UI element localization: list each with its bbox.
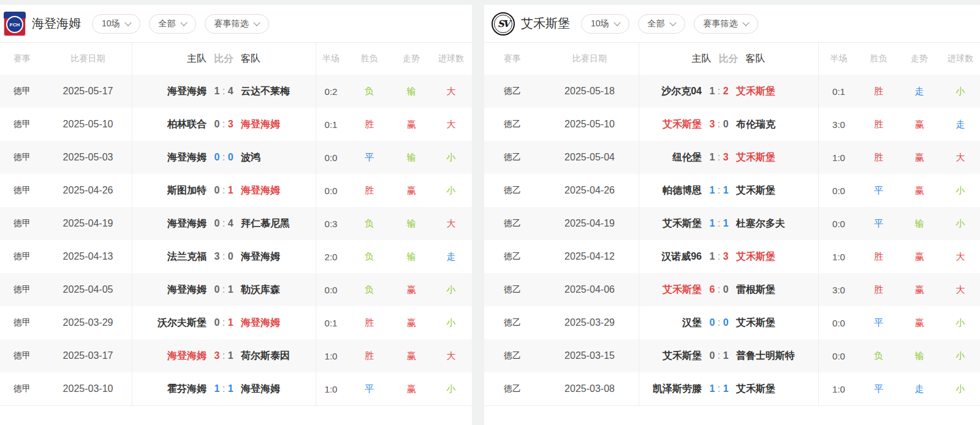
handicap-trend-cell: 赢 xyxy=(898,251,941,263)
table-row[interactable]: 德甲 2025-04-13 法兰克福 3 : 0 海登海姆 2:0 负 输 走 xyxy=(0,240,472,273)
dropdown-label: 全部 xyxy=(159,18,176,29)
match-cell: 凯泽斯劳滕 1 : 1 艾禾斯堡 xyxy=(639,383,818,396)
score-colon: : xyxy=(219,119,227,129)
home-score: 0 xyxy=(709,350,715,361)
away-score: 0 xyxy=(723,284,729,295)
table-row[interactable]: 德甲 2025-03-10 霍芬海姆 1 : 1 海登海姆 1:0 平 赢 小 xyxy=(0,372,472,405)
table-row[interactable]: 德乙 2025-03-08 凯泽斯劳滕 1 : 1 艾禾斯堡 1:0 平 走 小 xyxy=(484,372,980,405)
score-cell: 3 : 0 xyxy=(207,251,241,262)
team-history-panel-right: SV 艾禾斯堡 10场 全部 赛事筛选 赛事 比赛日期 主队 比分 客队 半场 xyxy=(484,5,980,425)
away-team-name: 拜仁慕尼黑 xyxy=(241,217,316,230)
table-row[interactable]: 德甲 2025-05-03 海登海姆 0 : 0 波鸿 0:0 平 输 小 xyxy=(0,141,472,174)
league-cell: 德乙 xyxy=(484,317,541,328)
handicap-trend-cell: 赢 xyxy=(898,284,941,296)
away-score: 1 xyxy=(723,350,729,361)
table-row[interactable]: 德乙 2025-04-12 汉诺威96 1 : 3 艾禾斯堡 1:0 胜 赢 大 xyxy=(484,240,980,273)
home-team-name: 海登海姆 xyxy=(132,284,207,296)
match-cell: 艾禾斯堡 6 : 0 雷根斯堡 xyxy=(639,284,818,296)
home-team-name: 斯图加特 xyxy=(132,184,207,197)
away-team-name: 波鸿 xyxy=(241,151,316,164)
home-team-name: 海登海姆 xyxy=(132,85,207,98)
table-row[interactable]: 德甲 2025-05-10 柏林联合 0 : 3 海登海姆 0:1 胜 赢 大 xyxy=(0,108,472,141)
halftime-score-cell: 0:0 xyxy=(818,351,859,361)
win-loss-cell: 平 xyxy=(346,383,392,395)
match-date-cell: 2025-04-12 xyxy=(541,251,639,262)
away-team-name: 云达不莱梅 xyxy=(241,85,316,98)
league-cell: 德甲 xyxy=(0,218,44,229)
table-row[interactable]: 德甲 2025-04-05 海登海姆 0 : 1 勒沃库森 0:0 负 赢 小 xyxy=(0,273,472,306)
home-team-name: 海登海姆 xyxy=(132,151,207,164)
column-header-score: 比分 xyxy=(712,53,746,66)
home-team-name: 帕德博恩 xyxy=(639,184,702,197)
column-header-away: 客队 xyxy=(241,53,316,66)
away-team-name: 荷尔斯泰因 xyxy=(241,350,316,363)
panel-header: SV 艾禾斯堡 10场 全部 赛事筛选 xyxy=(484,5,980,43)
filter-group: 10场 全部 赛事筛选 xyxy=(581,14,758,34)
table-row[interactable]: 德乙 2025-05-18 沙尔克04 1 : 2 艾禾斯堡 0:1 胜 走 小 xyxy=(484,75,980,108)
league-cell: 德乙 xyxy=(484,251,541,262)
column-header-halftime: 半场 xyxy=(818,53,859,64)
score-cell: 1 : 1 xyxy=(702,383,736,394)
away-score: 0 xyxy=(228,251,234,261)
home-team-name: 艾禾斯堡 xyxy=(639,284,702,296)
home-score: 1 xyxy=(709,251,715,261)
chevron-down-icon xyxy=(180,19,187,26)
home-team-name: 艾禾斯堡 xyxy=(639,350,702,363)
matches-count-dropdown[interactable]: 10场 xyxy=(92,14,140,34)
table-row[interactable]: 德乙 2025-04-19 艾禾斯堡 1 : 1 杜塞尔多夫 0:0 平 输 小 xyxy=(484,207,980,240)
competition-filter-dropdown[interactable]: 赛事筛选 xyxy=(205,14,269,34)
win-loss-cell: 胜 xyxy=(859,152,898,164)
table-row[interactable]: 德乙 2025-05-04 纽伦堡 1 : 3 艾禾斯堡 1:0 胜 赢 大 xyxy=(484,141,980,174)
chevron-down-icon xyxy=(669,19,676,26)
away-team-name: 勒沃库森 xyxy=(241,284,316,296)
home-score: 3 xyxy=(709,119,715,129)
venue-filter-dropdown[interactable]: 全部 xyxy=(149,14,196,34)
score-cell: 0 : 1 xyxy=(702,350,736,361)
column-divider xyxy=(132,43,132,405)
match-date-cell: 2025-04-19 xyxy=(541,218,639,229)
heidenheim-club-logo-icon: FCH xyxy=(4,12,26,36)
matches-count-dropdown[interactable]: 10场 xyxy=(581,14,629,34)
goals-over-under-cell: 大 xyxy=(430,218,472,230)
handicap-trend-cell: 输 xyxy=(392,218,430,230)
win-loss-cell: 胜 xyxy=(346,119,392,130)
match-date-cell: 2025-05-10 xyxy=(44,119,132,130)
table-row[interactable]: 德甲 2025-03-29 沃尔夫斯堡 0 : 1 海登海姆 0:1 胜 赢 小 xyxy=(0,306,472,339)
match-date-cell: 2025-03-08 xyxy=(541,383,639,394)
table-row[interactable]: 德甲 2025-05-17 海登海姆 1 : 4 云达不莱梅 0:2 负 输 大 xyxy=(0,75,472,108)
team-name-title: 艾禾斯堡 xyxy=(521,15,570,32)
match-date-cell: 2025-04-05 xyxy=(44,284,132,295)
table-row[interactable]: 德乙 2025-04-06 艾禾斯堡 6 : 0 雷根斯堡 3:0 胜 赢 大 xyxy=(484,273,980,306)
match-cell: 海登海姆 3 : 1 荷尔斯泰因 xyxy=(132,350,316,363)
away-score: 1 xyxy=(228,317,234,328)
handicap-trend-cell: 输 xyxy=(898,218,941,230)
table-row[interactable]: 德乙 2025-05-10 艾禾斯堡 3 : 0 布伦瑞克 3:0 胜 赢 走 xyxy=(484,108,980,141)
column-header-away: 客队 xyxy=(746,53,819,66)
column-header-goals: 进球数 xyxy=(430,53,472,64)
column-header-trend: 走势 xyxy=(392,53,430,64)
match-cell: 艾禾斯堡 3 : 0 布伦瑞克 xyxy=(639,118,818,131)
table-row[interactable]: 德甲 2025-04-19 海登海姆 0 : 4 拜仁慕尼黑 0:3 负 输 大 xyxy=(0,207,472,240)
table-row[interactable]: 德甲 2025-04-26 斯图加特 0 : 1 海登海姆 0:0 胜 赢 小 xyxy=(0,174,472,207)
match-date-cell: 2025-03-17 xyxy=(44,350,132,361)
score-cell: 6 : 0 xyxy=(702,284,736,295)
score-colon: : xyxy=(715,317,723,328)
match-cell: 斯图加特 0 : 1 海登海姆 xyxy=(132,184,316,197)
venue-filter-dropdown[interactable]: 全部 xyxy=(638,14,685,34)
halftime-score-cell: 0:0 xyxy=(818,219,859,229)
handicap-trend-cell: 走 xyxy=(898,86,941,97)
table-row[interactable]: 德甲 2025-03-17 海登海姆 3 : 1 荷尔斯泰因 1:0 胜 赢 大 xyxy=(0,339,472,372)
home-score: 1 xyxy=(214,86,219,96)
column-header-goals: 进球数 xyxy=(941,53,980,64)
win-loss-cell: 胜 xyxy=(859,86,898,97)
table-row[interactable]: 德乙 2025-03-15 艾禾斯堡 0 : 1 普鲁士明斯特 0:0 负 输 … xyxy=(484,339,980,372)
competition-filter-dropdown[interactable]: 赛事筛选 xyxy=(694,14,758,34)
table-row[interactable]: 德乙 2025-04-26 帕德博恩 1 : 1 艾禾斯堡 0:0 平 赢 小 xyxy=(484,174,980,207)
home-score: 0 xyxy=(709,317,715,328)
score-colon: : xyxy=(715,152,723,162)
match-date-cell: 2025-05-04 xyxy=(541,152,639,163)
handicap-trend-cell: 赢 xyxy=(898,119,941,130)
column-header-home: 主队 xyxy=(132,53,207,66)
home-score: 1 xyxy=(709,86,715,96)
table-row[interactable]: 德乙 2025-03-29 汉堡 0 : 0 艾禾斯堡 0:0 平 赢 小 xyxy=(484,306,980,339)
